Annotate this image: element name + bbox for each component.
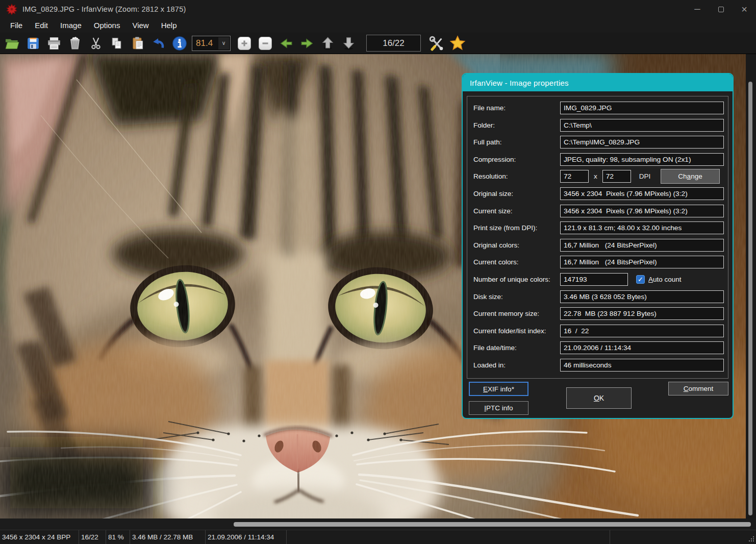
info-button[interactable] [169,33,190,54]
menu-bar: File Edit Image Options View Help [0,18,756,33]
folder-index-value: 16 / 22 [560,325,724,337]
status-empty-end [610,530,756,544]
star-icon [449,35,466,52]
auto-count-checkbox[interactable]: ✓ [636,275,645,284]
maximize-icon [718,7,724,12]
status-empty [287,530,610,544]
save-button[interactable] [22,33,43,54]
dialog-title-bar[interactable]: IrfanView - Image properties [463,74,733,91]
resolution-y-input[interactable]: 72 [602,170,631,183]
compression-label: Compression: [473,156,560,163]
ok-button[interactable]: OK [566,387,632,409]
horizontal-scrollbar-thumb[interactable] [234,522,751,527]
current-size-value: 3456 x 2304 Pixels (7.96 MPixels) (3:2) [560,205,724,217]
unique-colors-input[interactable]: 147193 [560,273,628,286]
print-size-label: Print size (from DPI): [473,224,560,232]
irfanview-logo-icon [6,4,17,15]
info-icon [172,36,187,51]
vertical-scrollbar[interactable] [746,54,756,518]
file-name-value: IMG_0829.JPG [560,102,724,114]
tools-icon [429,36,444,51]
irfanview-window: IMG_0829.JPG - IrfanView (Zoom: 2812 x 1… [0,0,756,544]
next-image-button[interactable] [296,33,317,54]
disk-size-value: 3.46 MB (3 628 052 Bytes) [560,290,724,303]
loaded-in-value: 46 milliseconds [560,359,724,372]
folder-index-label: Current folder/list index: [473,327,560,335]
print-size-value: 121.9 x 81.3 cm; 48.00 x 32.00 inches [560,221,724,234]
change-button[interactable]: Change [661,169,720,184]
favorites-button[interactable] [447,33,468,54]
minimize-icon: ─ [694,5,700,14]
close-icon: × [741,4,747,15]
paste-button[interactable] [127,33,148,54]
menu-file[interactable]: File [4,18,29,33]
zoom-out-button[interactable] [255,33,275,54]
vertical-scrollbar-thumb[interactable] [748,82,752,515]
loaded-in-label: Loaded in: [473,361,560,369]
compression-value: JPEG, quality: 98, subsampling ON (2x1) [560,153,724,166]
menu-view[interactable]: View [126,18,155,33]
horizontal-scrollbar[interactable] [0,518,756,530]
comment-button[interactable]: Comment [668,382,728,395]
file-datetime-label: File date/time: [473,344,560,352]
open-button[interactable] [2,33,22,54]
resize-grip[interactable] [748,536,754,542]
current-size-label: Current size: [473,207,560,215]
menu-edit[interactable]: Edit [29,18,54,33]
image-properties-dialog: IrfanView - Image properties File name: … [462,73,734,419]
menu-options[interactable]: Options [88,18,127,33]
status-index: 16/22 [79,530,106,544]
title-bar: IMG_0829.JPG - IrfanView (Zoom: 2812 x 1… [0,0,756,18]
auto-count-label[interactable]: Auto count [648,276,682,283]
folder-value: C:\Temp\ [560,119,724,132]
close-button[interactable]: × [733,0,756,18]
previous-image-button[interactable] [275,33,296,54]
status-datetime: 21.09.2006 / 11:14:34 [206,530,287,544]
zoom-combobox[interactable]: 81.4 ∨ [192,36,231,51]
status-filesize: 3.46 MB / 22.78 MB [130,530,206,544]
tools-button[interactable] [426,33,447,54]
original-size-value: 3456 x 2304 Pixels (7.96 MPixels) (3:2) [560,187,724,200]
undo-icon [152,37,165,50]
exif-info-button[interactable]: EXIF info* [469,382,528,396]
status-bar: 3456 x 2304 x 24 BPP 16/22 81 % 3.46 MB … [0,530,756,544]
maximize-button[interactable] [709,0,733,18]
menu-image[interactable]: Image [54,18,88,33]
arrow-up-icon [321,36,335,50]
copy-icon [110,37,123,50]
image-counter: 16/22 [366,35,421,52]
checkmark-icon: ✓ [638,276,643,283]
current-colors-value: 16,7 Million (24 BitsPerPixel) [560,256,724,268]
iptc-info-button[interactable]: IPTC info [469,401,528,415]
copy-button[interactable] [106,33,127,54]
full-path-value: C:\Temp\IMG_0829.JPG [560,136,724,149]
zoom-in-button[interactable] [234,33,255,54]
zoom-value: 81.4 [192,38,218,48]
memory-size-label: Current memory size: [473,310,560,317]
status-zoom: 81 % [106,530,130,544]
first-image-button[interactable] [317,33,338,54]
paste-icon [131,36,144,50]
chevron-down-icon[interactable]: ∨ [218,37,229,50]
current-colors-label: Current colors: [473,258,560,266]
last-image-button[interactable] [338,33,359,54]
undo-button[interactable] [148,33,169,54]
resolution-x-input[interactable]: 72 [560,170,589,183]
original-size-label: Original size: [473,190,560,197]
dialog-title: IrfanView - Image properties [470,79,569,87]
print-button[interactable] [43,33,64,54]
cut-button[interactable] [85,33,106,54]
dpi-label: DPI [639,172,651,180]
minimize-button[interactable]: ─ [686,0,709,18]
original-colors-value: 16,7 Million (24 BitsPerPixel) [560,239,724,252]
status-dimensions: 3456 x 2304 x 24 BPP [0,530,79,544]
resolution-label: Resolution: [473,172,560,180]
arrow-right-icon [300,37,314,50]
full-path-label: Full path: [473,138,560,146]
properties-group: File name: IMG_0829.JPG Folder: C:\Temp\… [467,96,728,379]
folder-label: Folder: [473,121,560,129]
delete-button[interactable] [64,33,85,54]
menu-help[interactable]: Help [155,18,183,33]
window-title: IMG_0829.JPG - IrfanView (Zoom: 2812 x 1… [22,5,186,13]
resolution-separator: x [594,172,597,180]
